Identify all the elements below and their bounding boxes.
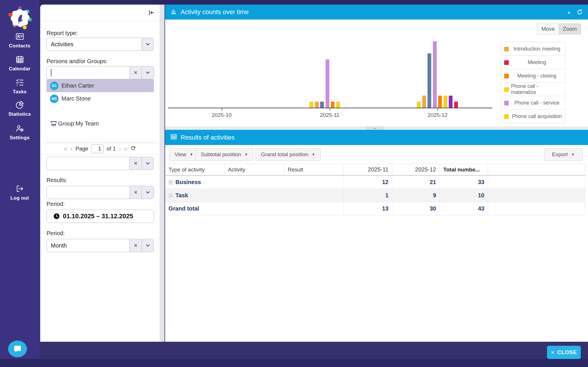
sidebar-item-logout[interactable]: Log out — [0, 184, 39, 201]
chat-button[interactable] — [8, 341, 27, 357]
column-header[interactable]: Total numbe... — [440, 164, 488, 175]
main-content: Activity counts over time ▲ Move Zoom 20… — [165, 5, 588, 342]
cell-value: 12 — [343, 176, 392, 189]
results-label: Results: — [47, 177, 67, 184]
legend-item[interactable]: Meeting - closing — [501, 69, 565, 83]
dropdown-option-group[interactable]: Group:My Team — [47, 117, 154, 130]
table-row: +Task 1 9 10 — [165, 189, 585, 202]
zoom-button[interactable]: Zoom — [559, 24, 581, 34]
settings-icon — [16, 124, 24, 133]
period-range-button[interactable]: 01.10.2025 – 31.12.2025 — [47, 210, 154, 223]
persons-search-input[interactable]: × — [47, 66, 154, 79]
column-header[interactable]: 2025-11 — [343, 164, 392, 175]
refresh-list-icon[interactable] — [130, 145, 136, 152]
legend-item[interactable]: Phone call - materialize — [501, 83, 565, 96]
clear-icon[interactable]: × — [129, 239, 142, 252]
chart-area: Move Zoom 2025-102025-112025-12 Introduc… — [165, 20, 588, 126]
tasks-icon — [16, 78, 24, 87]
refresh-chart-icon[interactable] — [577, 9, 583, 15]
chevron-down-icon[interactable] — [142, 157, 154, 170]
bar-chart-icon — [170, 8, 177, 16]
chart-bar — [422, 96, 426, 108]
legend-item[interactable]: Introduction meeting — [501, 42, 565, 56]
legend-item[interactable]: Meeting — [501, 56, 565, 69]
sidebar-item-tasks[interactable]: Tasks — [0, 78, 39, 95]
collapse-chart-icon[interactable]: ▲ — [567, 10, 571, 14]
expand-row-icon[interactable]: + — [169, 193, 173, 198]
caret-down-icon: ▼ — [312, 152, 315, 157]
prev-page-icon[interactable]: ‹ — [70, 145, 73, 152]
clear-icon[interactable]: × — [129, 66, 142, 79]
chart-bar — [454, 102, 458, 108]
legend-item[interactable]: Phone call - service — [501, 96, 565, 110]
top-strip — [39, 0, 588, 5]
clear-icon[interactable]: × — [129, 186, 142, 199]
period-range-value: 01.10.2025 – 31.12.2025 — [63, 213, 133, 220]
chart-bar — [444, 96, 447, 108]
legend-item[interactable]: Phone call acquisition — [501, 110, 565, 123]
sidebar-item-calendar[interactable]: Calendar — [0, 55, 39, 72]
legend-swatch — [504, 47, 509, 51]
close-button[interactable]: × CLOSE — [547, 346, 581, 359]
selected-persons-input[interactable]: × — [47, 157, 154, 170]
export-button[interactable]: Export▼ — [544, 148, 583, 161]
sidebar-item-statistics[interactable]: Statistics — [0, 101, 39, 117]
last-page-icon[interactable]: » — [124, 145, 127, 152]
chevron-down-icon[interactable] — [142, 186, 154, 199]
column-header[interactable]: Result — [284, 164, 343, 175]
subtotal-position-button[interactable]: Subtotal position▼ — [195, 148, 253, 161]
column-header[interactable]: Type of activity — [165, 164, 225, 175]
legend-swatch — [504, 101, 509, 105]
results-select[interactable]: × — [47, 186, 154, 199]
splitter-handle-icon[interactable]: ▲ — [365, 126, 384, 130]
chevron-down-icon[interactable] — [142, 38, 154, 51]
dropdown-option-person[interactable]: MS Marc Stone — [47, 92, 154, 105]
report-type-select[interactable]: Activities — [47, 38, 154, 51]
legend-swatch — [504, 114, 509, 119]
divider — [40, 21, 160, 21]
next-page-icon[interactable]: › — [119, 145, 121, 152]
row-label: Grand total — [169, 205, 199, 212]
table-icon — [170, 133, 177, 142]
first-page-icon[interactable]: « — [64, 145, 67, 152]
panel-splitter[interactable]: ▲ — [165, 126, 588, 130]
chart-bar — [331, 102, 334, 108]
table-row-grand-total: Grand total 13 30 43 — [165, 202, 585, 215]
results-toolbar: View▼ Subtotal position▼ Grand total pos… — [165, 145, 588, 164]
move-button[interactable]: Move — [537, 24, 559, 34]
sidebar-item-contacts[interactable]: Contacts — [0, 32, 39, 49]
cell-value: 13 — [343, 202, 392, 215]
contacts-icon — [16, 32, 24, 41]
view-button[interactable]: View▼ — [169, 148, 199, 161]
row-label: Business — [175, 179, 201, 186]
cell-value: 43 — [440, 202, 488, 215]
chevron-down-icon[interactable] — [142, 66, 154, 79]
results-panel-header: Results of activities — [165, 130, 588, 145]
table-header-row: Type of activity Activity Result 2025-11… — [165, 164, 585, 176]
group-icon — [50, 120, 57, 128]
scrollbar-track[interactable] — [160, 5, 165, 342]
clear-icon[interactable]: × — [129, 157, 142, 170]
sidebar: Contacts Calendar Tasks Statistics Setti… — [0, 0, 39, 359]
app-logo[interactable] — [7, 5, 33, 33]
expand-row-icon[interactable]: + — [169, 180, 173, 185]
sidebar-item-settings[interactable]: Settings — [0, 124, 39, 141]
column-header[interactable]: Activity — [225, 164, 284, 175]
page-number-input[interactable] — [91, 144, 104, 153]
cell-value: 33 — [440, 176, 488, 189]
period-granularity-select[interactable]: Month × — [47, 239, 154, 252]
period-granularity-label: Period: — [47, 230, 65, 237]
chevron-down-icon[interactable] — [142, 239, 154, 252]
sidebar-item-label: Settings — [0, 135, 39, 141]
close-icon: × — [551, 349, 554, 356]
sidebar-item-label: Contacts — [0, 43, 39, 49]
grand-total-position-button[interactable]: Grand total position▼ — [256, 148, 321, 161]
column-header[interactable]: 2025-12 — [392, 164, 440, 175]
chat-bubble-icon — [13, 345, 22, 353]
clock-icon — [53, 213, 60, 220]
collapse-panel-button[interactable] — [147, 9, 156, 17]
page-label: Page — [76, 146, 88, 152]
report-type-label: Report type: — [47, 30, 78, 36]
dropdown-option-person[interactable]: EC Ethan Carter — [47, 79, 154, 92]
chart-bar — [315, 102, 319, 108]
